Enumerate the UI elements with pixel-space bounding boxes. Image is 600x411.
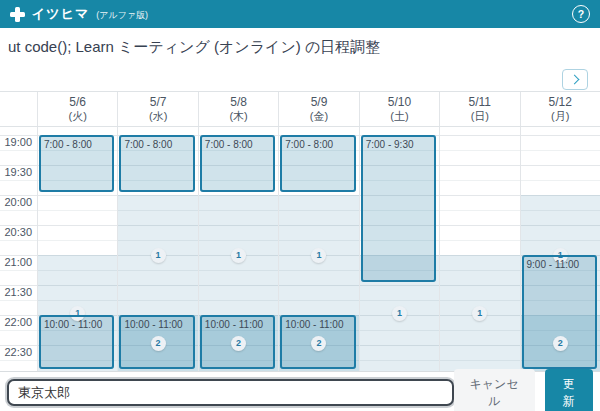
selection-block[interactable]: 10:00 - 11:00: [119, 315, 194, 369]
app-version-label: (アルファ版): [96, 7, 148, 22]
day-of-week: (水): [149, 110, 167, 124]
availability-badge: 1: [311, 248, 326, 263]
selection-block[interactable]: 7:00 - 8:00: [39, 135, 114, 192]
availability-badge: 1: [231, 248, 246, 263]
day-of-week: (月): [551, 110, 569, 124]
day-of-week: (金): [310, 110, 328, 124]
participant-name-input[interactable]: [7, 379, 454, 406]
footer-bar: キャンセル 更新: [0, 374, 600, 411]
selection-time-label: 9:00 - 11:00: [524, 257, 595, 272]
app-name: イツヒマ: [32, 5, 89, 23]
day-header: 5/12(月): [520, 92, 600, 126]
selection-time-label: 7:00 - 9:30: [363, 137, 434, 152]
day-date: 5/11: [469, 95, 491, 110]
availability-badge: 1: [472, 306, 487, 321]
selection-time-label: 7:00 - 8:00: [282, 137, 353, 152]
selection-time-label: 10:00 - 11:00: [121, 317, 192, 332]
day-header: 5/11(日): [439, 92, 519, 126]
availability-badge: 1: [392, 306, 407, 321]
app-logo-icon: [10, 7, 25, 22]
time-gutter-header: [0, 92, 37, 126]
update-button[interactable]: 更新: [545, 369, 593, 411]
selection-block[interactable]: 9:00 - 11:00: [522, 255, 597, 369]
day-header: 5/8(木): [198, 92, 278, 126]
page-title: ut code(); Learn ミーティング (オンライン) の日程調整: [8, 38, 380, 57]
day-header: 5/9(金): [278, 92, 358, 126]
selection-block[interactable]: 10:00 - 11:00: [39, 315, 114, 369]
day-header: 5/6(火): [37, 92, 117, 126]
time-label: 19:00: [3, 136, 33, 149]
schedule-grid: 5/6(火)5/7(水)5/8(木)5/9(金)5/10(土)5/11(日)5/…: [0, 91, 600, 372]
day-date: 5/10: [388, 95, 411, 110]
selection-block[interactable]: 7:00 - 8:00: [280, 135, 355, 192]
day-column[interactable]: 17:00 - 9:30: [359, 127, 439, 371]
selection-time-label: 7:00 - 8:00: [202, 137, 273, 152]
day-header: 5/10(土): [359, 92, 439, 126]
day-column[interactable]: 127:00 - 8:0010:00 - 11:00: [198, 127, 278, 371]
chevron-right-icon: [569, 75, 579, 85]
day-column[interactable]: 1: [439, 127, 519, 371]
day-date: 5/7: [150, 95, 167, 110]
time-label: 20:30: [3, 226, 33, 239]
day-column[interactable]: 127:00 - 8:0010:00 - 11:00: [117, 127, 197, 371]
time-label: 22:00: [3, 316, 33, 329]
next-week-button[interactable]: [562, 69, 588, 90]
app-header: イツヒマ (アルファ版) ?: [0, 0, 600, 28]
selection-block[interactable]: 7:00 - 8:00: [200, 135, 275, 192]
day-of-week: (木): [229, 110, 247, 124]
selection-time-label: 10:00 - 11:00: [202, 317, 273, 332]
grid-columns: 19:0019:3020:0020:3021:0021:3022:0022:30…: [0, 127, 600, 371]
grid-header: 5/6(火)5/7(水)5/8(木)5/9(金)5/10(土)5/11(日)5/…: [0, 91, 600, 127]
availability-badge: 1: [151, 248, 166, 263]
time-label: 22:30: [3, 346, 33, 359]
selection-block[interactable]: 10:00 - 11:00: [200, 315, 275, 369]
selection-time-label: 7:00 - 8:00: [41, 137, 112, 152]
day-of-week: (土): [390, 110, 408, 124]
selection-time-label: 10:00 - 11:00: [41, 317, 112, 332]
selection-time-label: 7:00 - 8:00: [121, 137, 192, 152]
day-date: 5/9: [311, 95, 328, 110]
day-header: 5/7(水): [117, 92, 197, 126]
grid-body: 19:0019:3020:0020:3021:0021:3022:0022:30…: [0, 127, 600, 372]
selection-block[interactable]: 10:00 - 11:00: [280, 315, 355, 369]
day-column[interactable]: 127:00 - 8:0010:00 - 11:00: [278, 127, 358, 371]
selection-block[interactable]: 7:00 - 8:00: [119, 135, 194, 192]
day-date: 5/12: [549, 95, 572, 110]
day-column[interactable]: 17:00 - 8:0010:00 - 11:00: [37, 127, 117, 371]
day-of-week: (日): [471, 110, 489, 124]
day-column[interactable]: 129:00 - 11:00: [520, 127, 600, 371]
cancel-button[interactable]: キャンセル: [454, 369, 535, 411]
selection-block[interactable]: 7:00 - 9:30: [361, 135, 436, 282]
time-gutter: 19:0019:3020:0020:3021:0021:3022:0022:30: [0, 127, 37, 371]
help-icon[interactable]: ?: [572, 5, 590, 23]
time-label: 19:30: [3, 166, 33, 179]
day-date: 5/6: [69, 95, 86, 110]
time-label: 21:00: [3, 256, 33, 269]
day-of-week: (火): [69, 110, 87, 124]
time-label: 20:00: [3, 196, 33, 209]
day-date: 5/8: [230, 95, 247, 110]
time-label: 21:30: [3, 286, 33, 299]
selection-time-label: 10:00 - 11:00: [282, 317, 353, 332]
